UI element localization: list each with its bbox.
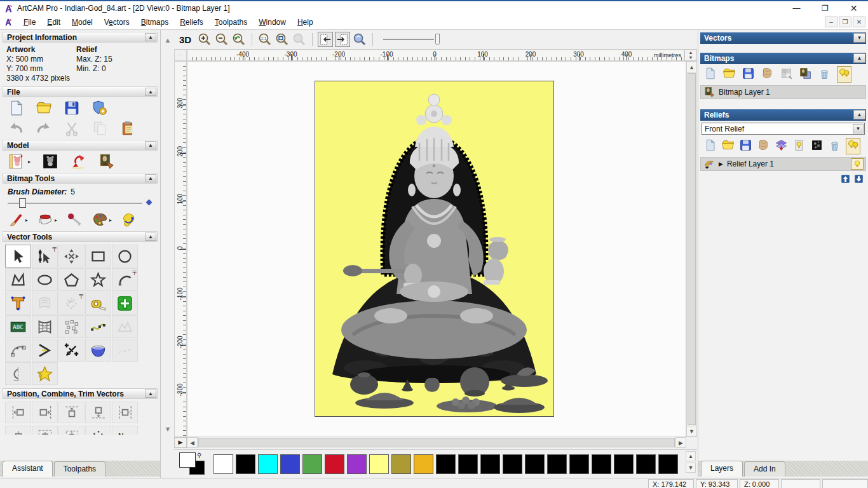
colour-swatch-7[interactable] xyxy=(369,454,389,474)
colour-swatch-6[interactable] xyxy=(347,454,367,474)
move-layer-up-button[interactable] xyxy=(840,174,851,184)
relief-layer-row[interactable]: ▶ Relief Layer 1 xyxy=(700,157,866,171)
mdi-restore-button[interactable]: ❐ xyxy=(839,17,851,27)
menu-reliefs[interactable]: Reliefs xyxy=(174,16,209,29)
vector-tool-block-copy-icon[interactable] xyxy=(112,292,138,315)
save-bitmap-button[interactable] xyxy=(742,67,755,82)
horizontal-scrollbar[interactable]: ◀ ▶ xyxy=(187,437,686,448)
bitmap-tools-header[interactable]: Bitmap Tools ▲ xyxy=(3,173,158,184)
flyout-arrow-icon[interactable]: ▸ xyxy=(109,217,112,223)
vector-tool-offset-vectors-icon[interactable]: ╤ xyxy=(58,292,85,315)
vector-tool-create-rectangle-icon[interactable] xyxy=(85,245,111,268)
colour-swatch-5[interactable] xyxy=(325,454,344,474)
tab-layers[interactable]: Layers xyxy=(701,461,743,477)
vector-tool-vector-doctor-icon[interactable] xyxy=(32,362,58,385)
move-layer-down-button[interactable] xyxy=(853,174,864,184)
assistant-scrollbar[interactable]: ▲ ▼ xyxy=(161,30,174,478)
switch-to-3d-button[interactable]: 3D xyxy=(179,34,191,45)
colour-swatch-12[interactable] xyxy=(480,454,500,474)
delete-bitmap-layer-button[interactable] xyxy=(818,67,831,82)
collapse-bitmap-tools-button[interactable]: ▲ xyxy=(145,174,156,182)
menu-vectors[interactable]: Vectors xyxy=(98,16,135,29)
file-section-header[interactable]: File ▲ xyxy=(3,86,158,97)
brush-slider-handle[interactable] xyxy=(19,198,26,208)
minimize-button[interactable]: — xyxy=(782,1,811,15)
toggle-bitmap-view-button[interactable] xyxy=(318,32,333,47)
tab-toolpaths[interactable]: Toolpaths xyxy=(54,461,105,477)
bitmap-layer-row[interactable]: Bitmap Layer 1 xyxy=(700,85,866,99)
vector-tool-freeform-vectors-icon[interactable] xyxy=(112,339,138,362)
colour-swatch-2[interactable] xyxy=(258,454,278,474)
zoom-in-button[interactable] xyxy=(197,32,212,47)
texture-relief-button[interactable] xyxy=(761,67,774,82)
palette-scroll-up-icon[interactable]: ▲ xyxy=(686,451,696,461)
collapse-model-button[interactable]: ▲ xyxy=(145,141,156,149)
vector-tool-select-vectors-icon[interactable] xyxy=(5,245,31,268)
menu-window[interactable]: Window xyxy=(253,16,292,29)
colour-swatch-20[interactable] xyxy=(658,454,678,474)
merge-relief-layers-button[interactable] xyxy=(775,139,788,154)
flyout-pin-icon[interactable]: ╤ xyxy=(79,292,83,297)
position-tool-align-top-icon[interactable] xyxy=(58,402,85,423)
close-button[interactable]: ✕ xyxy=(839,1,868,15)
menu-help[interactable]: Help xyxy=(292,16,319,29)
colour-swatch-4[interactable] xyxy=(302,454,322,474)
vector-tool-slice-vectors-icon[interactable] xyxy=(5,362,31,385)
position-tool-centre-v-icon[interactable] xyxy=(5,426,31,435)
colour-swatch-19[interactable] xyxy=(636,454,656,474)
colour-swatch-17[interactable] xyxy=(592,454,611,474)
reliefs-panel-header[interactable]: Reliefs ▲ xyxy=(700,109,866,121)
colour-swatch-10[interactable] xyxy=(436,454,456,474)
bitmaps-panel-header[interactable]: Bitmaps ▲ xyxy=(700,53,866,64)
vector-tool-interactive-distortion-icon[interactable] xyxy=(85,339,111,362)
open-relief-button[interactable] xyxy=(721,139,735,154)
position-tool-align-centre-h-icon[interactable] xyxy=(112,402,138,423)
toggle-all-bitmaps-button[interactable] xyxy=(837,66,851,83)
collapse-file-button[interactable]: ▲ xyxy=(145,88,156,96)
save-file-icon[interactable] xyxy=(64,100,80,116)
position-tool-align-bottom-icon[interactable] xyxy=(85,402,111,423)
2d-view-canvas[interactable] xyxy=(187,61,686,437)
invert-greyscale-icon[interactable] xyxy=(42,153,58,170)
vector-tool-create-arc-icon[interactable]: ╤ xyxy=(112,268,138,291)
expand-relief-layer-icon[interactable]: ▶ xyxy=(719,161,723,167)
menu-model[interactable]: Model xyxy=(66,16,98,29)
menu-file[interactable]: File xyxy=(18,16,41,29)
tab-add-in[interactable]: Add In xyxy=(744,461,785,477)
restore-button[interactable]: ❐ xyxy=(811,1,839,15)
preview-relief-layer-button[interactable] xyxy=(792,139,806,154)
colour-swatch-1[interactable] xyxy=(236,454,255,474)
texture-image-icon[interactable] xyxy=(98,153,114,170)
fade-bitmap-button[interactable] xyxy=(780,67,793,82)
vertical-scroll-thumb[interactable] xyxy=(688,73,696,425)
colour-swatch-11[interactable] xyxy=(458,454,478,474)
scroll-right-icon[interactable]: ▶ xyxy=(675,437,686,448)
open-bitmap-button[interactable] xyxy=(722,67,736,82)
new-model-icon[interactable] xyxy=(8,100,24,116)
vector-tool-simplify-vectors-icon[interactable] xyxy=(112,315,138,338)
preview-relief-button[interactable] xyxy=(352,32,367,47)
zoom-fit-button[interactable] xyxy=(275,32,290,47)
open-file-icon[interactable] xyxy=(36,100,52,116)
vector-tool-create-polyline-icon[interactable] xyxy=(5,268,31,291)
colour-swatch-16[interactable] xyxy=(569,454,589,474)
position-tool-align-left-icon[interactable] xyxy=(5,402,31,423)
vector-tool-wrap-text-icon[interactable] xyxy=(32,292,58,315)
menu-bitmaps[interactable]: Bitmaps xyxy=(135,16,174,29)
model-section-header[interactable]: Model ▲ xyxy=(3,140,158,151)
collapse-bitmaps-button[interactable]: ▲ xyxy=(853,53,865,63)
primary-colour[interactable] xyxy=(179,452,196,468)
set-model-size-icon[interactable] xyxy=(8,153,24,170)
flyout-arrow-icon[interactable]: ▸ xyxy=(25,217,28,223)
vertical-scrollbar[interactable]: ▲ ▼ xyxy=(686,61,697,437)
mdi-minimize-button[interactable]: – xyxy=(825,17,837,27)
flyout-arrow-icon[interactable]: ▸ xyxy=(28,159,31,165)
vector-tool-fit-arcs-icon[interactable] xyxy=(5,339,31,362)
vector-tool-block-rotate-copy-icon[interactable] xyxy=(58,315,85,338)
collapse-vector-tools-button[interactable]: ▲ xyxy=(145,233,156,241)
bitmap-doctor-icon[interactable] xyxy=(121,212,137,228)
flyout-pin-icon[interactable]: ╤ xyxy=(53,245,57,250)
relief-visibility-toggle[interactable] xyxy=(851,158,864,170)
expand-vectors-button[interactable]: ▼ xyxy=(853,33,865,43)
position-section-header[interactable]: Position, Combine, Trim Vectors ▲ xyxy=(3,388,158,399)
